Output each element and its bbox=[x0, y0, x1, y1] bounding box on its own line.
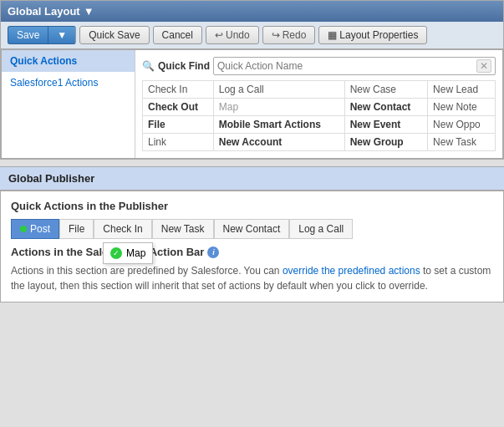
redo-icon: ↪ bbox=[272, 29, 280, 41]
undo-icon: ↩ bbox=[215, 29, 223, 41]
save-dropdown-button[interactable]: ▼ bbox=[48, 26, 76, 44]
save-button-group: Save ▼ bbox=[8, 26, 76, 44]
section-divider: Global Publisher bbox=[0, 166, 504, 191]
post-action-button[interactable]: Post bbox=[11, 219, 59, 239]
table-cell[interactable]: New Group bbox=[344, 134, 427, 151]
table-cell[interactable]: New Contact bbox=[344, 99, 427, 116]
table-cell[interactable]: File bbox=[143, 116, 214, 134]
global-publisher-section: Global Publisher Quick Actions in the Pu… bbox=[0, 166, 504, 302]
sidebar-item-salesforce1[interactable]: Salesforce1 Actions bbox=[2, 72, 135, 94]
table-row: Check Out Map New Contact New Note bbox=[143, 99, 496, 116]
table-cell[interactable]: New Note bbox=[428, 99, 496, 116]
table-cell[interactable]: New Event bbox=[344, 116, 427, 134]
actions-table: Check In Log a Call New Case New Lead Ch… bbox=[142, 80, 496, 151]
publisher-section: Quick Actions in the Publisher Post File… bbox=[0, 191, 504, 302]
checkin-action-button[interactable]: Check In bbox=[94, 219, 151, 239]
action-bar-title: Actions in the Salesforce1 Action Bar i bbox=[11, 246, 493, 258]
table-row: Link New Account New Group New Task bbox=[143, 134, 496, 151]
quick-find-label: Quick Find bbox=[158, 60, 210, 72]
publisher-title: Quick Actions in the Publisher bbox=[11, 200, 493, 212]
sidebar-item-quick-actions[interactable]: Quick Actions bbox=[2, 50, 135, 72]
table-row: Check In Log a Call New Case New Lead bbox=[143, 81, 496, 99]
table-cell[interactable]: Check In bbox=[143, 81, 214, 99]
main-content: Quick Actions Salesforce1 Actions 🔍 Quic… bbox=[1, 49, 503, 159]
override-link[interactable]: override the predefined actions bbox=[283, 265, 420, 277]
file-action-button[interactable]: File bbox=[59, 219, 94, 239]
table-row: File Mobile Smart Actions New Event New … bbox=[143, 116, 496, 134]
table-cell[interactable]: Link bbox=[143, 134, 214, 151]
map-label: Map bbox=[126, 247, 145, 259]
search-icon: 🔍 bbox=[142, 60, 155, 72]
table-cell[interactable]: New Case bbox=[344, 81, 427, 99]
title-bar: Global Layout ▼ bbox=[1, 1, 503, 22]
quick-find-row: 🔍 Quick Find ✕ bbox=[142, 57, 496, 75]
table-cell[interactable]: Mobile Smart Actions bbox=[213, 116, 344, 134]
table-cell[interactable]: Log a Call bbox=[213, 81, 344, 99]
table-cell[interactable]: New Task bbox=[428, 134, 496, 151]
info-icon: i bbox=[207, 247, 219, 258]
quick-find-clear-button[interactable]: ✕ bbox=[476, 59, 491, 73]
right-panel: 🔍 Quick Find ✕ Check In Log a Call New C… bbox=[135, 50, 502, 158]
layout-properties-button[interactable]: ▦ Layout Properties bbox=[318, 26, 427, 44]
logacall-action-button[interactable]: Log a Call bbox=[289, 219, 353, 239]
post-indicator-icon bbox=[20, 226, 27, 232]
table-cell[interactable]: Map bbox=[213, 99, 344, 116]
check-icon: ✓ bbox=[110, 247, 122, 259]
newtask-action-button[interactable]: New Task bbox=[152, 219, 214, 239]
sidebar: Quick Actions Salesforce1 Actions bbox=[2, 50, 135, 158]
table-cell[interactable]: New Oppo bbox=[428, 116, 496, 134]
quick-find-input-wrap: ✕ bbox=[213, 57, 496, 75]
newcontact-action-button[interactable]: New Contact bbox=[214, 219, 290, 239]
save-dropdown-arrow: ▼ bbox=[57, 29, 67, 41]
layout-icon: ▦ bbox=[328, 29, 337, 41]
cancel-button[interactable]: Cancel bbox=[153, 26, 202, 44]
quick-save-button[interactable]: Quick Save bbox=[79, 26, 149, 44]
table-cell[interactable]: New Lead bbox=[428, 81, 496, 99]
global-layout-title: Global Layout bbox=[8, 5, 80, 18]
title-dropdown-arrow[interactable]: ▼ bbox=[84, 5, 94, 18]
toolbar: Save ▼ Quick Save Cancel ↩ Undo ↪ Redo ▦… bbox=[1, 22, 503, 49]
quick-find-input[interactable] bbox=[217, 60, 476, 72]
info-text: Actions in this section are predefined b… bbox=[11, 263, 493, 293]
table-cell[interactable]: New Account bbox=[213, 134, 344, 151]
save-button[interactable]: Save bbox=[8, 26, 48, 44]
undo-button[interactable]: ↩ Undo bbox=[206, 26, 259, 44]
redo-button[interactable]: ↪ Redo bbox=[262, 26, 316, 44]
publisher-actions: Post File Check In New Task New Contact … bbox=[11, 219, 493, 239]
map-dropdown: ✓ Map bbox=[103, 242, 153, 264]
table-cell[interactable]: Check Out bbox=[143, 99, 214, 116]
